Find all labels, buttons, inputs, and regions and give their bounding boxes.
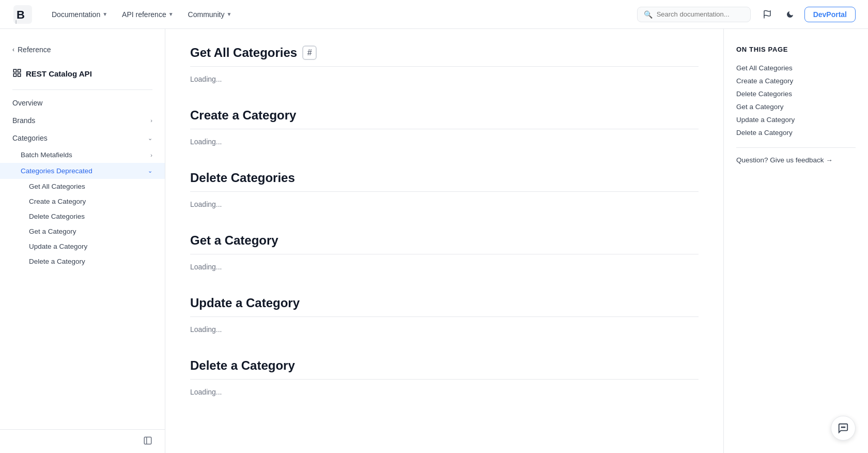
logo[interactable]: B | bbox=[12, 4, 33, 25]
section-title: Create a Category bbox=[190, 108, 296, 123]
sidebar-item-categories[interactable]: Categories ⌄ bbox=[0, 129, 165, 147]
section-title: Update a Category bbox=[190, 296, 300, 310]
sidebar-bottom bbox=[0, 429, 165, 453]
section-divider bbox=[190, 379, 699, 380]
page-layout: ‹ Reference REST Catalog API Overview Br… bbox=[0, 29, 868, 453]
loading-text: Loading... bbox=[190, 388, 222, 396]
chevron-down-icon: ⌄ bbox=[148, 135, 152, 142]
chevron-left-icon: ‹ bbox=[12, 46, 14, 53]
loading-text: Loading... bbox=[190, 200, 222, 208]
section-divider bbox=[190, 316, 699, 317]
dev-portal-button[interactable]: DevPortal bbox=[804, 7, 856, 22]
svg-rect-7 bbox=[18, 74, 21, 77]
sidebar-divider-1 bbox=[12, 89, 152, 90]
right-sidebar: On This Page Get All Categories Create a… bbox=[723, 29, 868, 453]
on-this-page-title: On This Page bbox=[736, 46, 856, 53]
section-header-delete-categories: Delete Categories bbox=[190, 171, 699, 185]
section-title: Get All Categories bbox=[190, 46, 297, 60]
on-this-page-link-create-a-category[interactable]: Create a Category bbox=[736, 74, 856, 87]
section-title: Delete Categories bbox=[190, 171, 295, 185]
svg-text:|: | bbox=[16, 19, 17, 24]
chevron-down-icon: ▼ bbox=[226, 11, 231, 17]
flag-button[interactable] bbox=[759, 6, 776, 23]
nav-right: DevPortal bbox=[759, 6, 856, 23]
section-delete-categories: Delete Categories Loading... bbox=[190, 171, 699, 208]
sidebar-item-brands[interactable]: Brands › bbox=[0, 112, 165, 129]
nav-community[interactable]: Community ▼ bbox=[182, 7, 238, 22]
loading-text: Loading... bbox=[190, 263, 222, 271]
section-create-a-category: Create a Category Loading... bbox=[190, 108, 699, 146]
section-title: Get a Category bbox=[190, 233, 278, 248]
sidebar-toggle-button[interactable] bbox=[143, 436, 152, 447]
svg-rect-8 bbox=[144, 437, 151, 444]
left-sidebar: ‹ Reference REST Catalog API Overview Br… bbox=[0, 29, 165, 453]
sidebar-section-title: REST Catalog API bbox=[0, 62, 165, 85]
section-header-get-all-categories: Get All Categories # bbox=[190, 46, 699, 60]
right-sidebar-divider bbox=[736, 147, 856, 148]
section-header-create-a-category: Create a Category bbox=[190, 108, 699, 123]
sidebar-item-update-a-category[interactable]: Update a Category bbox=[0, 239, 165, 254]
loading-text: Loading... bbox=[190, 325, 222, 334]
section-header-update-a-category: Update a Category bbox=[190, 296, 699, 310]
chevron-right-icon: › bbox=[150, 117, 152, 124]
section-get-all-categories: Get All Categories # Loading... bbox=[190, 46, 699, 83]
on-this-page-link-delete-a-category[interactable]: Delete a Category bbox=[736, 126, 856, 139]
catalog-icon bbox=[12, 68, 22, 79]
search-box[interactable]: 🔍 bbox=[637, 7, 751, 22]
chevron-down-icon: ⌄ bbox=[148, 168, 152, 174]
nav-documentation[interactable]: Documentation ▼ bbox=[45, 7, 114, 22]
section-delete-a-category: Delete a Category Loading... bbox=[190, 358, 699, 396]
section-header-delete-a-category: Delete a Category bbox=[190, 358, 699, 373]
section-divider bbox=[190, 254, 699, 254]
section-header-get-a-category: Get a Category bbox=[190, 233, 699, 248]
sidebar-item-categories-deprecated[interactable]: Categories Deprecated ⌄ bbox=[0, 163, 165, 179]
svg-rect-5 bbox=[18, 69, 21, 72]
sidebar-item-batch-metafields[interactable]: Batch Metafields › bbox=[0, 147, 165, 163]
anchor-icon[interactable]: # bbox=[302, 46, 317, 60]
on-this-page-link-get-a-category[interactable]: Get a Category bbox=[736, 100, 856, 113]
section-get-a-category: Get a Category Loading... bbox=[190, 233, 699, 271]
sidebar-item-delete-categories[interactable]: Delete Categories bbox=[0, 209, 165, 224]
loading-text: Loading... bbox=[190, 75, 222, 83]
top-nav: B | Documentation ▼ API reference ▼ Comm… bbox=[0, 0, 868, 29]
svg-rect-4 bbox=[13, 69, 16, 72]
chevron-down-icon: ▼ bbox=[102, 11, 107, 17]
section-divider bbox=[190, 129, 699, 129]
svg-point-12 bbox=[844, 427, 845, 427]
search-icon: 🔍 bbox=[644, 10, 653, 19]
section-divider bbox=[190, 66, 699, 67]
on-this-page-link-get-all-categories[interactable]: Get All Categories bbox=[736, 62, 856, 74]
section-divider bbox=[190, 191, 699, 192]
nav-links: Documentation ▼ API reference ▼ Communit… bbox=[45, 7, 637, 22]
search-input[interactable] bbox=[657, 10, 744, 18]
on-this-page-link-delete-categories[interactable]: Delete Categories bbox=[736, 87, 856, 100]
chevron-down-icon: ▼ bbox=[168, 11, 174, 17]
sidebar-item-get-all-categories[interactable]: Get All Categories bbox=[0, 179, 165, 194]
feedback-link[interactable]: Question? Give us feedback → bbox=[736, 156, 856, 164]
chat-bubble[interactable] bbox=[831, 416, 856, 441]
svg-point-11 bbox=[843, 427, 843, 427]
on-this-page-link-update-a-category[interactable]: Update a Category bbox=[736, 113, 856, 126]
chevron-right-icon: › bbox=[150, 152, 152, 158]
sidebar-back-link[interactable]: ‹ Reference bbox=[0, 41, 165, 58]
svg-point-10 bbox=[842, 427, 842, 427]
sidebar-item-delete-a-category[interactable]: Delete a Category bbox=[0, 254, 165, 269]
nav-api-reference[interactable]: API reference ▼ bbox=[116, 7, 180, 22]
section-update-a-category: Update a Category Loading... bbox=[190, 296, 699, 334]
sidebar-item-get-a-category[interactable]: Get a Category bbox=[0, 224, 165, 239]
main-content: Get All Categories # Loading... Create a… bbox=[165, 29, 723, 453]
loading-text: Loading... bbox=[190, 138, 222, 146]
dark-mode-button[interactable] bbox=[782, 6, 798, 23]
sidebar-item-create-a-category[interactable]: Create a Category bbox=[0, 194, 165, 209]
svg-text:B: B bbox=[17, 8, 25, 21]
svg-rect-6 bbox=[13, 74, 16, 77]
section-title: Delete a Category bbox=[190, 358, 295, 373]
sidebar-item-overview[interactable]: Overview bbox=[0, 94, 165, 112]
